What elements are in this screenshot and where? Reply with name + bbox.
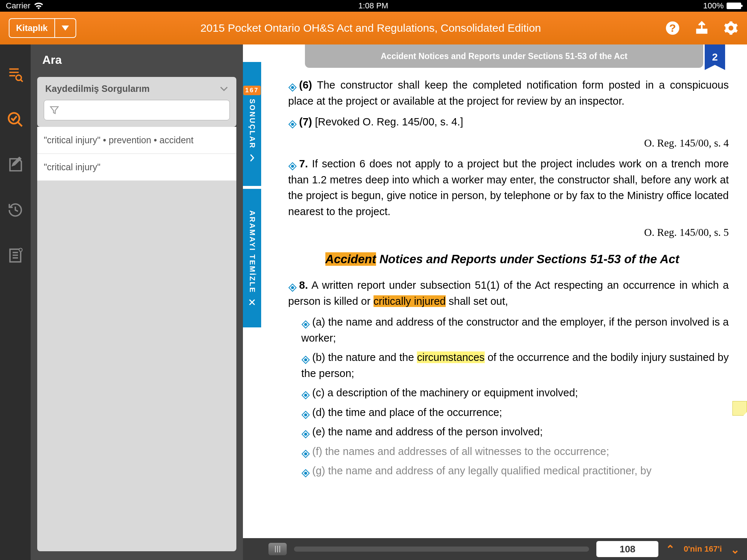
saved-query-item[interactable]: "critical injury" — [37, 154, 236, 181]
clear-search-label: ARAMAYI TEMİZLE — [248, 210, 256, 293]
history-icon[interactable] — [7, 202, 23, 218]
left-rail — [0, 44, 31, 560]
svg-point-2 — [16, 75, 22, 81]
prev-result-icon[interactable]: ⌃ — [666, 543, 675, 556]
sub-clause-text: (d) the time and place of the occurrence… — [312, 407, 502, 418]
section-header-banner: Accident Notices and Reports under Secti… — [305, 44, 703, 68]
saved-queries-header[interactable]: Kaydedilmiş Sorgularım — [44, 83, 230, 94]
sub-clause-text: (f) the names and addresses of all witne… — [312, 446, 609, 457]
sub-clause-text: (g) the name and address of any legally … — [312, 465, 651, 477]
document-body[interactable]: (6) The constructor shall keep the compl… — [276, 77, 729, 538]
battery-icon — [727, 3, 741, 9]
clause-number: (6) — [299, 79, 312, 91]
search-panel-title: Ara — [42, 53, 236, 67]
wifi-icon — [34, 2, 43, 9]
library-label: Kitaplık — [9, 19, 55, 37]
clause-marker-icon[interactable] — [301, 466, 310, 475]
search-panel: Ara Kaydedilmiş Sorgularım "critical inj… — [31, 44, 243, 560]
carrier-label: Carrier — [6, 1, 30, 11]
document-title: 2015 Pocket Ontario OH&S Act and Regulat… — [76, 22, 665, 34]
results-count-badge: 167 — [243, 86, 260, 95]
page-slider-track[interactable] — [294, 547, 589, 552]
sub-clause-text: (e) the name and address of the person i… — [312, 426, 543, 438]
page-footer: 108 ⌃ 0'nin 167'i ⌃ — [243, 538, 747, 560]
clause-number: 7. — [299, 158, 308, 170]
chevron-right-icon — [249, 153, 255, 162]
clause-text: If section 6 does not apply to a project… — [288, 158, 729, 217]
citation: O. Reg. 145/00, s. 4 — [276, 135, 729, 151]
svg-point-9 — [291, 287, 294, 289]
clear-search-tab[interactable]: ARAMAYI TEMİZLE — [243, 189, 261, 327]
search-input[interactable] — [44, 100, 230, 120]
toc-search-icon[interactable] — [7, 66, 23, 82]
library-dropdown-icon[interactable] — [55, 19, 76, 37]
clause-text: The constructor shall keep the completed… — [288, 79, 729, 107]
sub-clause-text: (c) a description of the machinery or eq… — [312, 387, 578, 398]
clause-number: (7) — [299, 116, 312, 128]
svg-point-11 — [305, 359, 307, 361]
sub-clause-text: (b) the nature and the — [312, 351, 417, 363]
svg-point-13 — [305, 414, 307, 416]
sub-clause-text: (a) the name and address of the construc… — [301, 316, 729, 344]
clause-marker-icon[interactable] — [301, 388, 310, 397]
sticky-note-icon[interactable] — [732, 401, 747, 416]
clause-marker-icon[interactable] — [301, 447, 310, 456]
clause-number: 8. — [299, 279, 308, 291]
clause-marker-icon[interactable] — [288, 281, 297, 289]
status-bar: Carrier 1:08 PM 100% — [0, 0, 747, 12]
clause-marker-icon[interactable] — [301, 318, 310, 326]
library-button[interactable]: Kitaplık — [9, 18, 76, 38]
settings-icon[interactable] — [724, 21, 738, 35]
saved-queries-label: Kaydedilmiş Sorgularım — [45, 83, 150, 94]
svg-point-10 — [305, 323, 307, 326]
clause-marker-icon[interactable] — [288, 117, 297, 126]
status-time: 1:08 PM — [43, 1, 703, 11]
clause-text: [Revoked O. Reg. 145/00, s. 4.] — [312, 116, 463, 128]
svg-point-16 — [305, 472, 307, 474]
svg-point-6 — [291, 86, 294, 89]
svg-point-15 — [305, 453, 307, 455]
svg-point-7 — [291, 123, 294, 125]
clause-marker-icon[interactable] — [301, 427, 310, 436]
result-position-label: 0'nin 167'i — [684, 544, 722, 554]
svg-point-8 — [291, 165, 294, 167]
clause-marker-icon[interactable] — [288, 159, 297, 168]
citation: O. Reg. 145/00, s. 5 — [276, 225, 729, 241]
section-heading: Accident Notices and Reports under Secti… — [301, 250, 703, 268]
svg-text:?: ? — [669, 22, 676, 34]
clause-marker-icon[interactable] — [301, 408, 310, 417]
next-result-icon[interactable]: ⌃ — [731, 543, 740, 556]
document-content: 167 SONUÇLAR ARAMAYI TEMİZLE Accident No… — [243, 44, 747, 560]
svg-point-14 — [305, 433, 307, 435]
panel-filler — [37, 181, 236, 551]
clause-marker-icon[interactable] — [301, 353, 310, 362]
chevron-down-icon — [220, 86, 228, 92]
clause-text: A written report under subsection 51(1) … — [288, 279, 729, 307]
close-icon — [248, 299, 256, 306]
saved-queries-box: Kaydedilmiş Sorgularım — [37, 77, 236, 127]
app-top-bar: Kitaplık 2015 Pocket Ontario OH&S Act an… — [0, 12, 747, 44]
page-number-input[interactable]: 108 — [596, 541, 658, 557]
saved-query-item[interactable]: "critical injury" • prevention • acciden… — [37, 127, 236, 154]
clause-text: shall set out, — [446, 295, 508, 307]
heading-highlight: Accident — [325, 252, 376, 266]
highlight-icon[interactable] — [7, 112, 23, 128]
bookmark-badge[interactable]: 2 — [705, 44, 725, 70]
page-slider-handle[interactable] — [268, 543, 287, 555]
inline-highlight: critically injured — [374, 295, 446, 307]
svg-point-12 — [305, 394, 307, 396]
heading-text: Notices and Reports under Sections 51-53… — [376, 252, 679, 266]
share-icon[interactable] — [694, 21, 709, 35]
filter-icon — [49, 105, 59, 115]
note-icon[interactable] — [7, 157, 23, 173]
clause-marker-icon[interactable] — [288, 81, 297, 89]
results-tab[interactable]: 167 SONUÇLAR — [243, 62, 261, 186]
clipboard-icon[interactable] — [7, 247, 23, 263]
results-tab-label: SONUÇLAR — [248, 99, 256, 149]
help-icon[interactable]: ? — [665, 21, 680, 35]
battery-label: 100% — [703, 1, 724, 11]
inline-highlight: circumstances — [417, 351, 484, 363]
